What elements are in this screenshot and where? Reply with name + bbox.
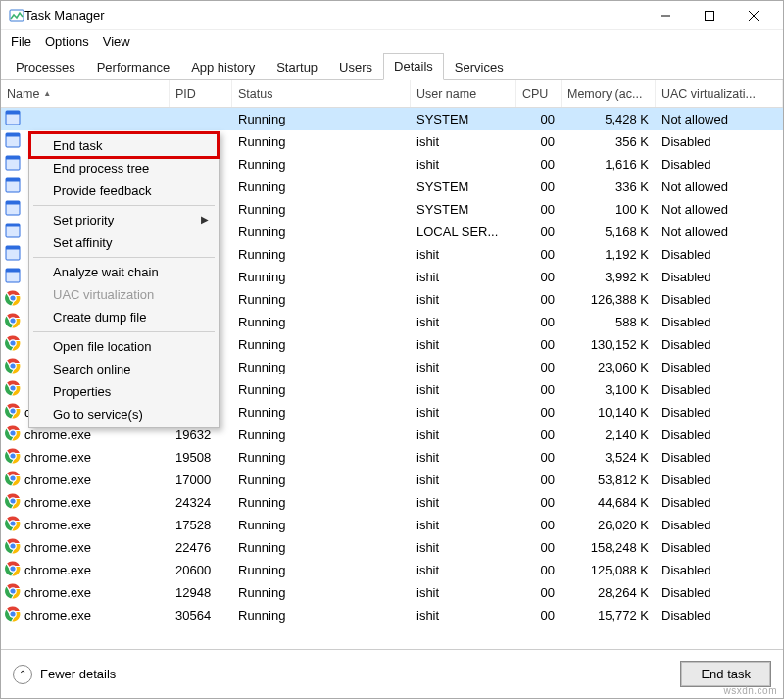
cell-uac: Not allowed bbox=[656, 220, 783, 244]
menu-item-analyze-wait-chain[interactable]: Analyze wait chain bbox=[31, 261, 217, 283]
tab-performance[interactable]: Performance bbox=[86, 54, 180, 80]
tab-processes[interactable]: Processes bbox=[5, 54, 86, 80]
end-task-button[interactable]: End task bbox=[680, 661, 771, 687]
cell-user: ishit bbox=[411, 129, 516, 154]
cell-uac: Disabled bbox=[656, 332, 783, 357]
minimize-button[interactable] bbox=[643, 1, 687, 30]
menu-separator bbox=[33, 331, 215, 332]
cell-uac: Disabled bbox=[656, 535, 783, 560]
cell-memory: 588 K bbox=[562, 310, 656, 334]
cell-cpu: 00 bbox=[516, 108, 562, 131]
tab-users[interactable]: Users bbox=[328, 54, 383, 80]
cell-uac: Disabled bbox=[656, 580, 783, 605]
col-header-status[interactable]: Status bbox=[232, 80, 411, 107]
titlebar: Task Manager bbox=[1, 1, 783, 30]
col-header-memory[interactable]: Memory (ac... bbox=[562, 80, 656, 107]
cell-cpu: 00 bbox=[516, 355, 562, 379]
cell-pid: 24324 bbox=[170, 490, 232, 515]
menu-item-set-priority[interactable]: Set priority▶ bbox=[31, 209, 217, 231]
chrome-icon bbox=[5, 358, 21, 376]
cell-uac: Disabled bbox=[656, 558, 783, 582]
menu-item-end-task[interactable]: End task bbox=[31, 134, 217, 157]
cell-user: ishit bbox=[411, 580, 516, 605]
cell-memory: 336 K bbox=[562, 175, 656, 199]
fewer-details-button[interactable]: ⌃ Fewer details bbox=[13, 665, 116, 684]
maximize-button[interactable] bbox=[687, 1, 731, 30]
cell-user: ishit bbox=[411, 468, 516, 492]
menu-options[interactable]: Options bbox=[45, 34, 89, 49]
cell-status: Running bbox=[232, 265, 411, 289]
cell-status: Running bbox=[232, 603, 411, 627]
cell-uac: Disabled bbox=[656, 513, 783, 537]
chrome-icon bbox=[5, 561, 21, 579]
svg-point-48 bbox=[10, 588, 16, 594]
cell-user: LOCAL SER... bbox=[411, 220, 516, 244]
cell-user: ishit bbox=[411, 400, 516, 424]
process-name: chrome.exe bbox=[24, 563, 91, 577]
cell-cpu: 00 bbox=[516, 265, 562, 289]
cell-cpu: 00 bbox=[516, 197, 562, 222]
tab-startup[interactable]: Startup bbox=[266, 54, 328, 80]
submenu-arrow-icon: ▶ bbox=[201, 214, 209, 225]
tab-app-history[interactable]: App history bbox=[180, 54, 266, 80]
chevron-up-icon: ⌃ bbox=[13, 665, 32, 684]
cell-memory: 130,152 K bbox=[562, 332, 656, 357]
cell-uac: Not allowed bbox=[656, 197, 783, 222]
menu-item-provide-feedback[interactable]: Provide feedback bbox=[31, 179, 217, 202]
menu-separator bbox=[33, 257, 215, 258]
menu-item-set-affinity[interactable]: Set affinity bbox=[31, 231, 217, 254]
cell-pid: 19508 bbox=[170, 445, 232, 470]
cell-uac: Disabled bbox=[656, 152, 783, 176]
chrome-icon bbox=[5, 583, 21, 602]
cell-status: Running bbox=[232, 513, 411, 537]
svg-point-44 bbox=[10, 543, 16, 549]
close-button[interactable] bbox=[731, 1, 775, 30]
cell-cpu: 00 bbox=[516, 490, 562, 515]
col-header-user[interactable]: User name bbox=[411, 80, 516, 107]
menu-view[interactable]: View bbox=[103, 34, 130, 49]
svg-rect-2 bbox=[705, 11, 713, 20]
svg-point-36 bbox=[10, 453, 16, 459]
menu-file[interactable]: File bbox=[11, 34, 31, 49]
tab-strip: ProcessesPerformanceApp historyStartupUs… bbox=[1, 53, 783, 80]
menu-item-create-dump-file[interactable]: Create dump file bbox=[31, 306, 217, 328]
svg-point-50 bbox=[10, 611, 16, 617]
svg-point-46 bbox=[10, 566, 16, 572]
col-header-pid[interactable]: PID bbox=[170, 80, 232, 107]
col-header-uac[interactable]: UAC virtualizati... bbox=[656, 80, 783, 107]
col-header-name[interactable]: Name ▲ bbox=[1, 80, 170, 107]
menu-separator bbox=[33, 205, 215, 206]
cell-status: Running bbox=[232, 535, 411, 560]
cell-uac: Disabled bbox=[656, 468, 783, 492]
col-header-cpu[interactable]: CPU bbox=[516, 80, 562, 107]
menu-item-properties[interactable]: Properties bbox=[31, 380, 217, 403]
cell-pid: 30564 bbox=[170, 603, 232, 627]
window-title: Task Manager bbox=[24, 8, 643, 23]
process-row[interactable]: chrome.exe 30564 Running ishit 00 15,772… bbox=[1, 604, 783, 626]
context-menu: End taskEnd process treeProvide feedback… bbox=[28, 131, 220, 428]
menu-item-open-file-location[interactable]: Open file location bbox=[31, 335, 217, 358]
cell-memory: 28,264 K bbox=[562, 580, 656, 605]
svg-rect-18 bbox=[6, 246, 20, 250]
cell-status: Running bbox=[232, 445, 411, 470]
tab-details[interactable]: Details bbox=[383, 53, 444, 80]
menu-item-go-to-service-s-[interactable]: Go to service(s) bbox=[31, 403, 217, 425]
chrome-icon bbox=[5, 403, 21, 422]
tab-services[interactable]: Services bbox=[444, 54, 514, 80]
cell-uac: Disabled bbox=[656, 242, 783, 267]
svg-rect-6 bbox=[6, 111, 20, 115]
footer: ⌃ Fewer details End task bbox=[1, 649, 783, 698]
cell-status: Running bbox=[232, 129, 411, 154]
cell-status: Running bbox=[232, 197, 411, 222]
cell-memory: 53,812 K bbox=[562, 468, 656, 492]
svg-point-42 bbox=[10, 521, 16, 526]
chrome-icon bbox=[5, 471, 21, 489]
cell-status: Running bbox=[232, 468, 411, 492]
svg-point-22 bbox=[10, 295, 16, 301]
menu-item-end-process-tree[interactable]: End process tree bbox=[31, 157, 217, 179]
menu-item-search-online[interactable]: Search online bbox=[31, 358, 217, 380]
cell-user: ishit bbox=[411, 558, 516, 582]
process-name: chrome.exe bbox=[24, 608, 91, 623]
cell-memory: 1,616 K bbox=[562, 152, 656, 176]
svg-point-28 bbox=[10, 363, 16, 369]
